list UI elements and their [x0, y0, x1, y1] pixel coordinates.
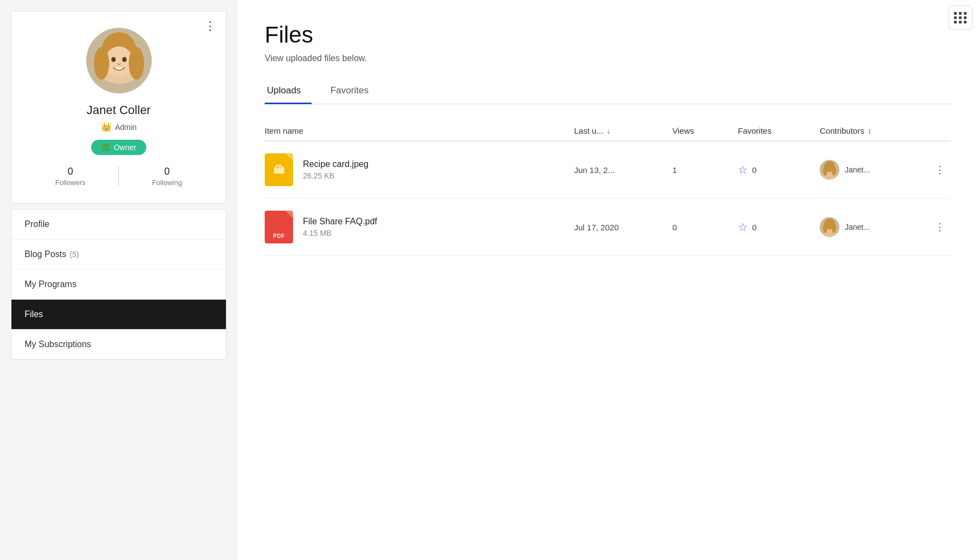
th-favorites: Favorites — [738, 126, 820, 135]
tab-uploads[interactable]: Uploads — [265, 80, 312, 104]
badge-label: Owner — [114, 143, 136, 152]
profile-card: ⋮ — [11, 11, 226, 204]
file-details-recipe: Recipe card.jpeg 26.25 KB — [303, 159, 368, 180]
contributor-avatar-recipe — [820, 160, 839, 180]
sort-down-icon: ↓ — [606, 127, 610, 135]
sidebar-item-profile[interactable]: Profile — [11, 210, 226, 240]
svg-point-7 — [122, 57, 127, 62]
sidebar: ⋮ — [0, 0, 237, 560]
followers-count: 0 — [22, 166, 118, 177]
th-contributors[interactable]: Contributors ↕ — [820, 126, 929, 135]
sidebar-item-my-subscriptions[interactable]: My Subscriptions — [11, 330, 226, 359]
blog-posts-badge: (5) — [69, 250, 79, 259]
svg-point-19 — [824, 218, 835, 229]
leaf-icon: 🌿 — [101, 143, 110, 152]
file-size-recipe: 26.25 KB — [303, 171, 368, 180]
file-icon-jpeg: 🏔 — [265, 153, 293, 186]
pdf-label: PDF — [273, 233, 285, 239]
th-views: Views — [672, 126, 738, 135]
favorites-count-recipe: 0 — [752, 165, 756, 175]
nav-menu: Profile Blog Posts (5) My Programs Files… — [11, 209, 226, 360]
file-info-recipe: 🏔 Recipe card.jpeg 26.25 KB — [265, 153, 574, 186]
table-row: 🏔 Recipe card.jpeg 26.25 KB Jun 13, 2...… — [265, 141, 951, 199]
star-icon[interactable]: ☆ — [738, 163, 748, 176]
row-menu-button-faq[interactable]: ⋮ — [929, 219, 951, 235]
contributor-faq: Janet... — [820, 217, 929, 237]
admin-row: 👑 Admin — [101, 122, 137, 132]
contributor-recipe: Janet... — [820, 160, 929, 180]
grid-icon — [954, 12, 967, 23]
sort-updown-icon: ↕ — [868, 127, 872, 135]
th-last-updated[interactable]: Last u... ↓ — [574, 126, 672, 135]
owner-badge: 🌿 Owner — [91, 140, 146, 155]
sidebar-item-files[interactable]: Files — [11, 300, 226, 330]
row-menu-button-recipe[interactable]: ⋮ — [929, 162, 951, 178]
user-name: Janet Coller — [87, 103, 151, 117]
contributor-avatar-faq — [820, 217, 839, 237]
following-label: Following — [119, 178, 215, 187]
table-row: PDF File Share FAQ.pdf 4.15 MB Jul 17, 2… — [265, 199, 951, 256]
svg-point-5 — [129, 47, 144, 80]
favorites-count-faq: 0 — [752, 223, 756, 232]
page-title: Files — [265, 22, 951, 48]
tab-favorites[interactable]: Favorites — [328, 80, 379, 104]
following-count: 0 — [119, 166, 215, 177]
contributor-name-recipe: Janet... — [845, 165, 870, 174]
last-updated-faq: Jul 17, 2020 — [574, 223, 672, 232]
stats-row: 0 Followers 0 Following — [22, 166, 215, 187]
contributor-name-faq: Janet... — [845, 223, 870, 231]
image-icon: 🏔 — [273, 164, 284, 176]
file-name-faq: File Share FAQ.pdf — [303, 217, 377, 227]
file-name-recipe: Recipe card.jpeg — [303, 159, 368, 169]
star-icon[interactable]: ☆ — [738, 221, 748, 234]
crown-icon: 👑 — [101, 122, 112, 132]
avatar — [86, 28, 152, 93]
favorites-recipe: ☆ 0 — [738, 163, 820, 176]
th-item-name: Item name — [265, 126, 574, 135]
following-stat[interactable]: 0 Following — [119, 166, 215, 187]
svg-point-13 — [824, 161, 835, 172]
views-faq: 0 — [672, 223, 738, 232]
profile-more-menu-button[interactable]: ⋮ — [204, 20, 217, 32]
svg-point-4 — [94, 47, 109, 80]
page-layout: ⋮ — [0, 0, 978, 560]
main-content: Files View uploaded files below. Uploads… — [237, 0, 978, 560]
sidebar-item-blog-posts[interactable]: Blog Posts (5) — [11, 240, 226, 270]
file-size-faq: 4.15 MB — [303, 229, 377, 237]
followers-label: Followers — [22, 178, 118, 187]
file-table: Item name Last u... ↓ Views Favorites Co… — [265, 121, 951, 256]
sidebar-item-my-programs[interactable]: My Programs — [11, 270, 226, 300]
file-icon-pdf: PDF — [265, 211, 293, 243]
favorites-faq: ☆ 0 — [738, 221, 820, 234]
views-recipe: 1 — [672, 165, 738, 175]
last-updated-recipe: Jun 13, 2... — [574, 165, 672, 175]
admin-label: Admin — [115, 123, 137, 132]
tabs: Uploads Favorites — [265, 80, 951, 104]
grid-menu-button[interactable] — [949, 5, 973, 29]
file-details-faq: File Share FAQ.pdf 4.15 MB — [303, 217, 377, 237]
page-subtitle: View uploaded files below. — [265, 53, 951, 63]
followers-stat[interactable]: 0 Followers — [22, 166, 118, 187]
file-info-faq: PDF File Share FAQ.pdf 4.15 MB — [265, 211, 574, 243]
svg-point-6 — [111, 57, 116, 62]
table-header: Item name Last u... ↓ Views Favorites Co… — [265, 121, 951, 141]
